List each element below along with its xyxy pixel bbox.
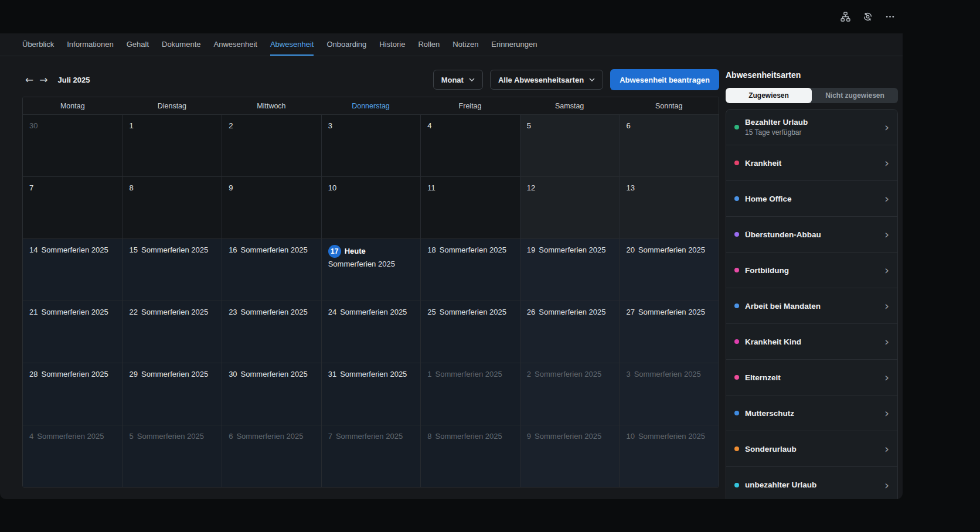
next-month-button[interactable]: → bbox=[36, 75, 50, 85]
day-cell-18[interactable]: 18Sommerferien 2025 bbox=[420, 238, 520, 301]
assignment-tab-nicht-zugewiesen[interactable]: Nicht zugewiesen bbox=[812, 88, 898, 103]
day-cell-14[interactable]: 14Sommerferien 2025 bbox=[23, 238, 122, 301]
absence-type-fortbildung[interactable]: Fortbildung› bbox=[726, 253, 897, 288]
day-cell-13[interactable]: 13 bbox=[619, 176, 719, 238]
day-cell-2[interactable]: 2 bbox=[222, 114, 321, 176]
type-label: Home Office bbox=[745, 195, 792, 203]
day-number: 19 bbox=[527, 245, 535, 255]
event-label: Sommerferien 2025 bbox=[236, 431, 303, 442]
day-cell-6-other-month[interactable]: 6Sommerferien 2025 bbox=[222, 425, 321, 487]
day-number: 30 bbox=[229, 369, 237, 380]
absence-type-filter-dropdown[interactable]: Alle Abwesenheitsarten bbox=[490, 70, 603, 90]
day-cell-21[interactable]: 21Sommerferien 2025 bbox=[23, 301, 122, 363]
absence-type-elternzeit[interactable]: Elternzeit› bbox=[726, 360, 897, 395]
tab-anwesenheit[interactable]: Anwesenheit bbox=[213, 33, 257, 56]
absence-type-bezahlter-urlaub[interactable]: Bezahlter Urlaub15 Tage verfügbar› bbox=[726, 110, 897, 145]
day-cell-12[interactable]: 12 bbox=[520, 176, 620, 238]
event-label: Sommerferien 2025 bbox=[535, 431, 601, 442]
assignment-tabs: ZugewiesenNicht zugewiesen bbox=[726, 88, 898, 103]
day-cell-3[interactable]: 3 bbox=[321, 114, 421, 176]
day-cell-20[interactable]: 20Sommerferien 2025 bbox=[619, 238, 719, 301]
day-cell-7[interactable]: 7 bbox=[23, 176, 122, 238]
day-cell-5-other-month[interactable]: 5Sommerferien 2025 bbox=[122, 425, 222, 487]
absence-type-krankheit-kind[interactable]: Krankheit Kind› bbox=[726, 324, 897, 360]
month-label: Juli 2025 bbox=[58, 76, 90, 84]
day-cell-22[interactable]: 22Sommerferien 2025 bbox=[122, 301, 222, 363]
chevron-right-icon: › bbox=[884, 300, 889, 312]
day-cell-23[interactable]: 23Sommerferien 2025 bbox=[222, 301, 321, 363]
type-label: Sonderurlaub bbox=[745, 445, 797, 453]
view-mode-label: Monat bbox=[441, 76, 464, 84]
absence-type-home-office[interactable]: Home Office› bbox=[726, 181, 897, 217]
day-cell-28[interactable]: 28Sommerferien 2025 bbox=[23, 363, 122, 425]
tab-dokumente[interactable]: Dokumente bbox=[162, 33, 200, 56]
type-sublabel: 15 Tage verfügbar bbox=[745, 128, 808, 137]
day-cell-6[interactable]: 6 bbox=[619, 114, 719, 176]
more-options-icon[interactable] bbox=[884, 11, 895, 22]
absence-type-mutterschutz[interactable]: Mutterschutz› bbox=[726, 395, 897, 431]
type-color-dot bbox=[734, 411, 739, 415]
day-cell-27[interactable]: 27Sommerferien 2025 bbox=[619, 301, 719, 363]
weekday-montag: Montag bbox=[23, 97, 122, 114]
day-cell-19[interactable]: 19Sommerferien 2025 bbox=[520, 238, 620, 301]
org-chart-icon[interactable] bbox=[840, 11, 850, 22]
day-cell-31[interactable]: 31Sommerferien 2025 bbox=[321, 363, 421, 425]
day-cell-9-other-month[interactable]: 9Sommerferien 2025 bbox=[520, 425, 620, 487]
tab-notizen[interactable]: Notizen bbox=[452, 33, 478, 56]
absence-types-sidebar: Abwesenheitsarten ZugewiesenNicht zugewi… bbox=[726, 56, 898, 499]
day-number: 10 bbox=[626, 431, 634, 442]
tab-historie[interactable]: Historie bbox=[379, 33, 405, 56]
tab-rollen[interactable]: Rollen bbox=[418, 33, 440, 56]
tab-abwesenheit[interactable]: Abwesenheit bbox=[270, 33, 314, 56]
absence-type-unbezahlter-urlaub[interactable]: unbezahlter Urlaub› bbox=[726, 467, 897, 499]
absence-type-sonderurlaub[interactable]: Sonderurlaub› bbox=[726, 431, 897, 467]
tab-informationen[interactable]: Informationen bbox=[67, 33, 114, 56]
day-cell-4[interactable]: 4 bbox=[420, 114, 520, 176]
absence-type-krankheit[interactable]: Krankheit› bbox=[726, 145, 897, 181]
tab-überblick[interactable]: Überblick bbox=[22, 33, 54, 56]
chevron-right-icon: › bbox=[884, 407, 889, 419]
calendar: MontagDienstagMittwochDonnerstagFreitagS… bbox=[22, 97, 719, 487]
settings-sync-icon[interactable] bbox=[862, 11, 873, 22]
type-color-dot bbox=[734, 446, 739, 451]
day-cell-26[interactable]: 26Sommerferien 2025 bbox=[520, 301, 620, 363]
event-label: Sommerferien 2025 bbox=[535, 369, 601, 380]
day-cell-10[interactable]: 10 bbox=[321, 176, 421, 238]
day-cell-9[interactable]: 9 bbox=[222, 176, 321, 238]
view-mode-dropdown[interactable]: Monat bbox=[433, 70, 483, 90]
event-label: Sommerferien 2025 bbox=[241, 245, 308, 255]
day-cell-8-other-month[interactable]: 8Sommerferien 2025 bbox=[420, 425, 520, 487]
day-cell-25[interactable]: 25Sommerferien 2025 bbox=[420, 301, 520, 363]
tab-onboarding[interactable]: Onboarding bbox=[326, 33, 366, 56]
day-cell-5[interactable]: 5 bbox=[520, 114, 620, 176]
day-cell-30[interactable]: 30Sommerferien 2025 bbox=[222, 363, 321, 425]
tab-bar: ÜberblickInformationenGehaltDokumenteAnw… bbox=[0, 33, 903, 56]
day-cell-10-other-month[interactable]: 10Sommerferien 2025 bbox=[619, 425, 719, 487]
absence-type-arbeit-bei-mandaten[interactable]: Arbeit bei Mandaten› bbox=[726, 288, 897, 324]
day-cell-3-other-month[interactable]: 3Sommerferien 2025 bbox=[619, 363, 719, 425]
day-cell-11[interactable]: 11 bbox=[420, 176, 520, 238]
day-cell-8[interactable]: 8 bbox=[122, 176, 222, 238]
weekday-mittwoch: Mittwoch bbox=[222, 97, 321, 114]
day-cell-17[interactable]: 17HeuteSommerferien 2025 bbox=[321, 238, 421, 301]
day-cell-1[interactable]: 1 bbox=[122, 114, 222, 176]
day-number: 15 bbox=[130, 245, 138, 255]
day-cell-24[interactable]: 24Sommerferien 2025 bbox=[321, 301, 421, 363]
absence-type-überstunden-abbau[interactable]: Überstunden-Abbau› bbox=[726, 217, 897, 253]
day-cell-30-other-month[interactable]: 30 bbox=[23, 114, 122, 176]
day-cell-4-other-month[interactable]: 4Sommerferien 2025 bbox=[23, 425, 122, 487]
day-cell-1-other-month[interactable]: 1Sommerferien 2025 bbox=[420, 363, 520, 425]
assignment-tab-zugewiesen[interactable]: Zugewiesen bbox=[726, 88, 812, 103]
prev-month-button[interactable]: ← bbox=[22, 75, 36, 85]
day-cell-2-other-month[interactable]: 2Sommerferien 2025 bbox=[520, 363, 620, 425]
tab-gehalt[interactable]: Gehalt bbox=[127, 33, 149, 56]
day-cell-7-other-month[interactable]: 7Sommerferien 2025 bbox=[321, 425, 421, 487]
day-number: 20 bbox=[626, 245, 634, 255]
request-absence-button[interactable]: Abwesenheit beantragen bbox=[610, 69, 719, 90]
day-number: 5 bbox=[527, 121, 531, 131]
day-cell-15[interactable]: 15Sommerferien 2025 bbox=[122, 238, 222, 301]
day-cell-16[interactable]: 16Sommerferien 2025 bbox=[222, 238, 321, 301]
tab-erinnerungen[interactable]: Erinnerungen bbox=[491, 33, 537, 56]
day-cell-29[interactable]: 29Sommerferien 2025 bbox=[122, 363, 222, 425]
event-label: Sommerferien 2025 bbox=[440, 307, 506, 318]
